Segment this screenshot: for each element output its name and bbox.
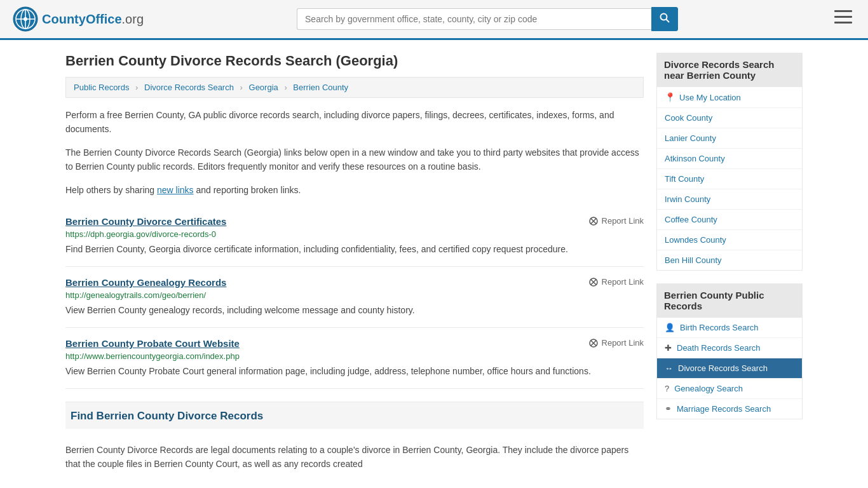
public-records-genealogy[interactable]: ? Genealogy Search — [657, 379, 802, 399]
description-para1: Perform a free Berrien County, GA public… — [65, 108, 644, 137]
result-title-1[interactable]: Berrien County Divorce Certificates — [65, 216, 226, 227]
breadcrumb-sep-2: › — [240, 83, 243, 92]
svg-line-7 — [667, 20, 670, 23]
nearby-county-4[interactable]: Tift County — [657, 169, 802, 189]
result-desc-2: View Berrien County genealogy records, i… — [65, 304, 644, 317]
arrows-icon: ↔ — [665, 363, 673, 373]
result-item-1: Berrien County Divorce Certificates Repo… — [65, 206, 644, 267]
svg-rect-9 — [834, 16, 852, 18]
public-records-divorce[interactable]: ↔ Divorce Records Search — [657, 358, 802, 379]
report-icon-3 — [588, 338, 599, 348]
svg-point-5 — [24, 17, 27, 21]
public-records-marriage[interactable]: ⚭ Marriage Records Search — [657, 399, 802, 419]
breadcrumb-public-records[interactable]: Public Records — [74, 83, 129, 92]
breadcrumb-sep-1: › — [135, 83, 138, 92]
person-icon: 👤 — [665, 323, 675, 332]
search-area — [297, 7, 678, 31]
result-title-3[interactable]: Berrien County Probate Court Website — [65, 338, 240, 349]
nearby-county-2[interactable]: Lanier County — [657, 128, 802, 149]
result-header-3: Berrien County Probate Court Website Rep… — [65, 338, 644, 349]
logo-area: CountyOffice.org — [13, 6, 144, 32]
hamburger-menu-icon[interactable] — [831, 7, 855, 31]
public-records-death[interactable]: ✚ Death Records Search — [657, 338, 802, 358]
breadcrumb-georgia[interactable]: Georgia — [249, 83, 278, 92]
report-icon-2 — [588, 277, 599, 287]
result-title-2[interactable]: Berrien County Genealogy Records — [65, 277, 226, 288]
report-link-3[interactable]: Report Link — [588, 338, 644, 348]
nearby-list: 📍 Use My Location Cook County Lanier Cou… — [656, 87, 803, 271]
sidebar: Divorce Records Search near Berrien Coun… — [656, 53, 803, 478]
result-header-2: Berrien County Genealogy Records Report … — [65, 277, 644, 288]
find-section: Find Berrien County Divorce Records Berr… — [65, 402, 644, 478]
search-icon — [660, 13, 670, 23]
breadcrumb-berrien-county[interactable]: Berrien County — [293, 83, 348, 92]
content-area: Berrien County Divorce Records Search (G… — [65, 53, 644, 478]
nearby-county-8[interactable]: Ben Hill County — [657, 250, 802, 270]
use-location-item[interactable]: 📍 Use My Location — [657, 87, 802, 108]
nearby-counties-section: Divorce Records Search near Berrien Coun… — [656, 53, 803, 271]
result-url-2: http://genealogytrails.com/geo/berrien/ — [65, 290, 644, 300]
main-container: Berrien County Divorce Records Search (G… — [53, 40, 815, 488]
logo-text: CountyOffice.org — [42, 12, 144, 27]
nearby-header: Divorce Records Search near Berrien Coun… — [656, 53, 803, 87]
public-records-list: 👤 Birth Records Search ✚ Death Records S… — [656, 318, 803, 419]
find-section-desc: Berrien County Divorce Records are legal… — [65, 437, 644, 478]
breadcrumb-sep-3: › — [284, 83, 287, 92]
report-link-1[interactable]: Report Link — [588, 216, 644, 226]
use-my-location-link[interactable]: Use My Location — [679, 93, 741, 102]
public-records-birth[interactable]: 👤 Birth Records Search — [657, 318, 802, 338]
result-desc-1: Find Berrien County, Georgia divorce cer… — [65, 243, 644, 256]
svg-point-6 — [661, 14, 667, 20]
report-icon-1 — [588, 216, 599, 226]
marriage-icon: ⚭ — [665, 404, 672, 414]
location-pin-icon: 📍 — [665, 92, 675, 102]
description-para2: The Berrien County Divorce Records Searc… — [65, 146, 644, 174]
nearby-county-7[interactable]: Lowndes County — [657, 230, 802, 250]
plus-icon: ✚ — [665, 343, 672, 353]
breadcrumb: Public Records › Divorce Records Search … — [65, 77, 644, 98]
result-item-3: Berrien County Probate Court Website Rep… — [65, 328, 644, 389]
svg-rect-8 — [834, 10, 852, 12]
search-button[interactable] — [651, 7, 678, 31]
nearby-county-5[interactable]: Irwin County — [657, 189, 802, 210]
public-records-section: Berrien County Public Records 👤 Birth Re… — [656, 283, 803, 419]
result-url-3: http://www.berriencountygeorgia.com/inde… — [65, 351, 644, 361]
result-url-1: https://dph.georgia.gov/divorce-records-… — [65, 229, 644, 239]
search-input[interactable] — [297, 8, 651, 30]
new-links-link[interactable]: new links — [157, 185, 194, 195]
svg-rect-10 — [834, 22, 852, 24]
breadcrumb-divorce-search[interactable]: Divorce Records Search — [144, 83, 234, 92]
nearby-county-3[interactable]: Atkinson County — [657, 149, 802, 169]
page-title: Berrien County Divorce Records Search (G… — [65, 53, 644, 69]
question-icon: ? — [665, 384, 669, 393]
result-header-1: Berrien County Divorce Certificates Repo… — [65, 216, 644, 227]
description-para3: Help others by sharing new links and rep… — [65, 183, 644, 197]
nearby-county-1[interactable]: Cook County — [657, 108, 802, 128]
nearby-county-6[interactable]: Coffee County — [657, 210, 802, 230]
report-link-2[interactable]: Report Link — [588, 277, 644, 287]
logo-icon — [13, 6, 38, 32]
result-item-2: Berrien County Genealogy Records Report … — [65, 267, 644, 328]
find-section-title: Find Berrien County Divorce Records — [65, 402, 644, 429]
page-header: CountyOffice.org — [0, 0, 868, 40]
public-records-header: Berrien County Public Records — [656, 283, 803, 318]
result-desc-3: View Berrien County Probate Court genera… — [65, 365, 644, 378]
